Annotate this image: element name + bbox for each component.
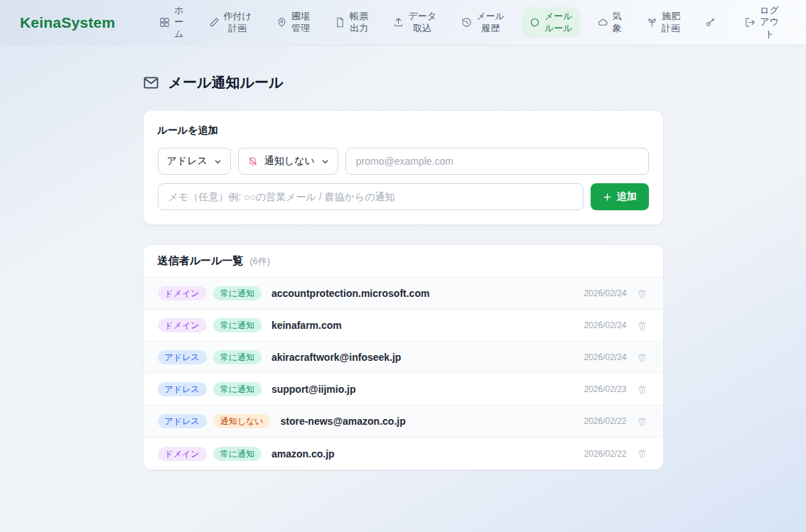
add-rule-card: ルールを追加 アドレス 通知しない 追加 xyxy=(143,110,664,225)
cloud-icon xyxy=(598,17,608,28)
sender-rules-header: 送信者ルール一覧 (6件) xyxy=(144,245,663,278)
rule-target: akiracraftwork@infoseek.jp xyxy=(272,352,402,363)
nav-label: データ 取込 xyxy=(408,11,436,34)
sender-rules-title: 送信者ルール一覧 xyxy=(158,254,244,268)
nav-label: 圃場 管理 xyxy=(291,11,310,34)
rule-type-badge: ドメイン xyxy=(158,318,207,332)
rule-type-badge: アドレス xyxy=(158,382,207,396)
trash-icon xyxy=(637,448,648,459)
delete-rule-button[interactable] xyxy=(635,351,649,364)
rule-type-select[interactable]: アドレス xyxy=(158,148,231,175)
delete-rule-button[interactable] xyxy=(635,319,649,332)
page-title: メール通知ルール xyxy=(143,73,664,92)
rule-target: amazon.co.jp xyxy=(272,448,335,460)
nav-item-report-output[interactable]: 帳票 出力 xyxy=(328,7,375,38)
top-navbar: KeinaSystem ホ ー ム 作付け 計画 圃場 管理 帳票 出力 データ… xyxy=(0,0,806,45)
rule-date: 2026/02/22 xyxy=(584,416,626,426)
delete-rule-button[interactable] xyxy=(635,287,649,300)
document-icon xyxy=(335,17,345,28)
key-icon xyxy=(705,17,716,28)
rule-action-badge: 通知しない xyxy=(213,414,271,428)
circle-icon xyxy=(530,17,540,28)
rule-row: ドメイン 常に通知 keinafarm.com 2026/02/24 xyxy=(144,310,663,342)
trash-icon xyxy=(637,288,648,299)
rule-row: アドレス 常に通知 akiracraftwork@infoseek.jp 202… xyxy=(144,342,663,374)
brand-logo[interactable]: KeinaSystem xyxy=(20,14,115,31)
rule-action-select[interactable]: 通知しない xyxy=(238,148,338,175)
logout-icon xyxy=(745,17,756,28)
add-rule-row-2: 追加 xyxy=(158,183,649,210)
rule-type-badge: アドレス xyxy=(158,414,207,428)
nav-label: 気 象 xyxy=(613,11,622,34)
rule-action-badge: 常に通知 xyxy=(213,318,262,332)
rule-row: アドレス 通知しない store-news@amazon.co.jp 2026/… xyxy=(144,406,663,438)
trash-icon xyxy=(637,352,648,363)
nav-label: ホ ー ム xyxy=(174,5,183,40)
rule-action-badge: 常に通知 xyxy=(213,350,262,364)
nav-label: メール 履歴 xyxy=(476,11,505,34)
rule-action-select-value: 通知しない xyxy=(264,155,315,168)
bell-off-icon xyxy=(247,156,258,167)
map-pin-icon xyxy=(276,17,287,28)
nav-item-planting-plan[interactable]: 作付け 計画 xyxy=(202,7,259,38)
rule-action-badge: 常に通知 xyxy=(213,286,262,300)
chevron-down-icon xyxy=(321,158,329,165)
upload-icon xyxy=(393,17,404,28)
nav-item-api-key[interactable] xyxy=(698,13,727,31)
nav-item-home[interactable]: ホ ー ム xyxy=(152,1,190,43)
rule-target: store-news@amazon.co.jp xyxy=(280,416,405,427)
rule-date: 2026/02/24 xyxy=(584,352,626,362)
nav-item-fertilization-plan[interactable]: 施肥 計画 xyxy=(640,7,687,38)
trash-icon xyxy=(637,320,648,331)
rule-type-badge: アドレス xyxy=(158,350,207,364)
history-icon xyxy=(461,17,472,28)
trash-icon xyxy=(637,416,648,427)
rule-target: accountprotection.microsoft.com xyxy=(272,288,429,299)
sender-rules-count: (6件) xyxy=(249,255,270,268)
main-content: メール通知ルール ルールを追加 アドレス 通知しない 追加 送 xyxy=(143,73,664,470)
nav-label: メール ルール xyxy=(544,11,573,34)
nav-item-data-import[interactable]: データ 取込 xyxy=(386,7,444,38)
add-rule-button-label: 追加 xyxy=(617,190,637,203)
address-input[interactable] xyxy=(345,148,649,175)
rule-target: support@iijmio.jp xyxy=(272,384,356,395)
rule-row: ドメイン 常に通知 accountprotection.microsoft.co… xyxy=(144,278,663,310)
grid-icon xyxy=(159,17,170,28)
nav-items: ホ ー ム 作付け 計画 圃場 管理 帳票 出力 データ 取込 メール 履歴 メ… xyxy=(152,1,786,43)
delete-rule-button[interactable] xyxy=(635,383,649,396)
rule-type-badge: ドメイン xyxy=(158,286,207,300)
pencil-icon xyxy=(209,17,220,28)
page-title-text: メール通知ルール xyxy=(168,73,284,92)
nav-label: 作付け 計画 xyxy=(224,11,252,34)
delete-rule-button[interactable] xyxy=(635,447,649,460)
sprout-icon xyxy=(647,17,657,28)
nav-item-field-management[interactable]: 圃場 管理 xyxy=(269,7,317,38)
rule-target: keinafarm.com xyxy=(272,320,342,331)
rule-type-select-value: アドレス xyxy=(167,155,208,168)
trash-icon xyxy=(637,384,648,395)
rule-date: 2026/02/24 xyxy=(584,320,626,330)
nav-item-logout[interactable]: ログ アウ ト xyxy=(738,1,786,43)
delete-rule-button[interactable] xyxy=(635,415,649,428)
rule-type-badge: ドメイン xyxy=(158,447,207,461)
plus-icon xyxy=(603,192,612,202)
add-rule-button[interactable]: 追加 xyxy=(591,183,649,210)
chevron-down-icon xyxy=(214,158,222,165)
rule-date: 2026/02/24 xyxy=(584,288,626,298)
nav-item-mail-rules[interactable]: メール ルール xyxy=(522,7,580,38)
rule-date: 2026/02/23 xyxy=(584,384,626,394)
nav-item-mail-history[interactable]: メール 履歴 xyxy=(454,7,512,38)
rule-action-badge: 常に通知 xyxy=(213,382,262,396)
add-rule-row-1: アドレス 通知しない xyxy=(158,148,649,175)
memo-input[interactable] xyxy=(158,183,584,210)
rule-action-badge: 常に通知 xyxy=(213,447,262,461)
sender-rules-card: 送信者ルール一覧 (6件) ドメイン 常に通知 accountprotectio… xyxy=(143,244,664,470)
nav-label: ログ アウ ト xyxy=(760,5,779,40)
add-rule-title: ルールを追加 xyxy=(158,124,649,137)
nav-label: 施肥 計画 xyxy=(662,11,680,34)
envelope-icon xyxy=(143,75,159,91)
rule-row: ドメイン 常に通知 amazon.co.jp 2026/02/22 xyxy=(144,438,663,469)
rule-row: アドレス 常に通知 support@iijmio.jp 2026/02/23 xyxy=(144,374,663,406)
rule-date: 2026/02/22 xyxy=(584,449,626,459)
nav-item-weather[interactable]: 気 象 xyxy=(591,7,629,38)
